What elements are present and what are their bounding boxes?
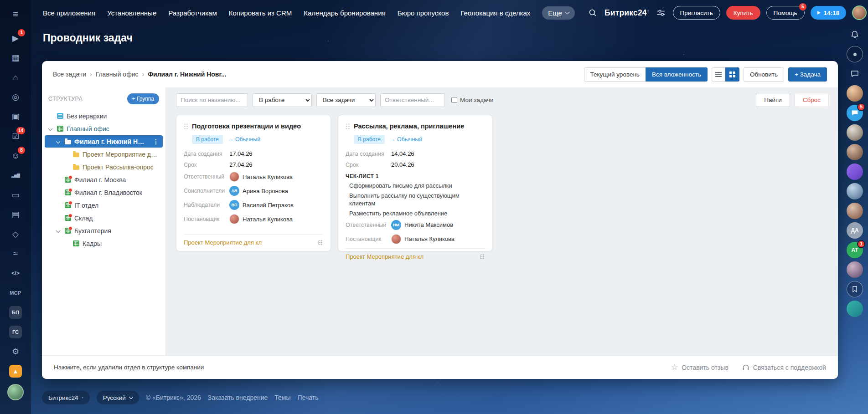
avatar[interactable] — [7, 384, 24, 400]
hierarchy-icon[interactable] — [317, 240, 323, 245]
avatar[interactable] — [847, 124, 863, 141]
tree-item-kadry[interactable]: Кадры — [45, 237, 163, 250]
reset-button[interactable]: Сброс — [795, 93, 829, 107]
profile-avatar[interactable] — [852, 5, 867, 20]
my-tasks-toggle[interactable]: Мои задачи — [451, 97, 494, 103]
market-icon[interactable]: ▣ — [8, 109, 23, 124]
avatar[interactable] — [847, 85, 863, 102]
project-link[interactable]: Проект Мероприятие для кл — [184, 239, 262, 246]
avatar[interactable] — [847, 183, 863, 199]
order-implementation-link[interactable]: Заказать внедрение — [208, 394, 268, 401]
find-button[interactable]: Найти — [756, 93, 790, 107]
tree-item-no-hierarchy[interactable]: Без иерархии — [45, 110, 163, 122]
feedback-link[interactable]: ☆ Оставить отзыв — [671, 363, 728, 371]
user-link[interactable]: Наталья Куликова — [404, 235, 455, 242]
settings-gear-icon[interactable]: ⚙ — [8, 344, 23, 359]
avatar[interactable] — [847, 203, 863, 219]
themes-link[interactable]: Темы — [274, 394, 290, 401]
disk-icon[interactable]: ≈ — [8, 246, 23, 261]
kebab-menu-icon[interactable]: ⋮ — [151, 138, 161, 145]
bookmark-icon[interactable] — [847, 281, 863, 297]
help-button[interactable]: Помощь 5 — [766, 6, 805, 20]
topnav-item-all-apps[interactable]: Все приложения — [43, 9, 95, 17]
all-nested-button[interactable]: Вся вложенность — [646, 67, 708, 82]
pulse-app-icon[interactable] — [847, 46, 863, 62]
task-title[interactable]: Рассылка, реклама, приглашение — [354, 122, 464, 130]
rocket-icon[interactable]: ▲ — [8, 363, 23, 379]
breadcrumb-all-tasks[interactable]: Все задачи — [53, 71, 96, 78]
mail-icon[interactable]: ▤ — [8, 207, 23, 222]
refresh-button[interactable]: Обновить — [744, 67, 784, 82]
add-task-button[interactable]: + Задача — [788, 67, 827, 82]
avatar[interactable] — [847, 261, 863, 278]
bitrix24-footer-button[interactable]: Битрикс24 — [42, 391, 90, 404]
buy-button[interactable]: Купить — [726, 6, 760, 20]
analytics-icon[interactable]: ▂▅▇ — [8, 168, 23, 183]
checklist-title[interactable]: ЧЕК-ЛИСТ 1 — [346, 173, 485, 179]
checklist-item[interactable]: Выполнить рассылку по существующим клиен… — [346, 192, 485, 208]
bp-app-icon[interactable]: БП — [8, 305, 23, 320]
messenger-icon[interactable]: ▶1 — [8, 31, 23, 46]
task-card-mailing[interactable]: Рассылка, реклама, приглашение В работе … — [338, 115, 493, 251]
task-title[interactable]: Подготовка презентации и видео — [192, 122, 301, 130]
priority-label[interactable]: Обычный — [228, 136, 260, 143]
checklist-item[interactable]: Сформировать письмо для рассылки — [346, 182, 485, 190]
task-card-presentation[interactable]: Подготовка презентации и видео В работе … — [176, 115, 331, 251]
drag-handle-icon[interactable] — [184, 123, 188, 129]
hierarchy-icon[interactable] — [479, 254, 485, 260]
tasks-icon[interactable]: ☑14 — [8, 128, 23, 144]
language-selector[interactable]: Русский — [97, 391, 139, 404]
app-icon-purple[interactable] — [847, 164, 863, 180]
chat-icon[interactable] — [847, 66, 863, 82]
tree-item-branch-nizhny[interactable]: Филиал г. Нижний Новго... ⋮ — [45, 135, 163, 148]
user-link[interactable]: Василий Петраков — [243, 202, 294, 209]
invite-button[interactable]: Пригласить — [673, 6, 720, 20]
hr-icon[interactable]: ☺8 — [8, 148, 23, 164]
tree-item-warehouse[interactable]: Склад — [45, 212, 163, 224]
gs-app-icon[interactable]: ГС — [8, 324, 23, 340]
responsible-input[interactable] — [380, 93, 445, 107]
chevron-down-icon[interactable] — [47, 126, 54, 132]
topnav-item-developers[interactable]: Разработчикам — [168, 9, 217, 17]
tree-item-accounting[interactable]: Бухгалтерия — [45, 225, 163, 237]
topnav-item-copy-from-crm[interactable]: Копировать из CRM — [229, 9, 292, 17]
deleted-department-link[interactable]: Нажмите, если удалили отдел в структуре … — [54, 364, 204, 371]
sites-icon[interactable]: ▭ — [8, 187, 23, 203]
user-link[interactable]: Наталья Куликова — [243, 174, 293, 180]
print-link[interactable]: Печать — [298, 394, 319, 401]
topnav-more-button[interactable]: Еще — [542, 6, 575, 20]
current-level-button[interactable]: Текущий уровень — [584, 67, 646, 82]
drag-handle-icon[interactable] — [346, 123, 350, 129]
project-link[interactable]: Проект Мероприятие для кл — [346, 253, 424, 260]
avatar-initials[interactable]: AT1 — [847, 242, 863, 258]
search-input[interactable] — [176, 93, 248, 107]
task-kind-select[interactable]: Все задачи — [316, 93, 376, 107]
time-tracker-button[interactable]: 14:18 — [811, 6, 847, 20]
mcp-item[interactable]: МСР — [8, 285, 23, 301]
search-icon[interactable] — [587, 7, 599, 19]
my-tasks-checkbox[interactable] — [451, 97, 457, 103]
breadcrumb-head-office[interactable]: Главный офис — [96, 71, 148, 78]
avatar[interactable] — [847, 144, 863, 160]
status-select[interactable]: В работе — [253, 93, 312, 107]
tree-item-project-event[interactable]: Проект Мероприятие для ... — [45, 148, 163, 160]
messenger-chat-icon[interactable]: 5 — [847, 105, 863, 121]
tree-item-it-department[interactable]: IT отдел — [45, 199, 163, 211]
planner-icon[interactable]: ▦ — [8, 50, 23, 66]
tree-item-project-mailing[interactable]: Проект Рассылка-опрос — [45, 161, 163, 173]
tree-item-head-office[interactable]: Главный офис — [45, 123, 163, 135]
user-link[interactable]: Арина Воронова — [243, 188, 288, 194]
user-link[interactable]: Никита Максимов — [404, 221, 453, 228]
topnav-item-pass-office[interactable]: Бюро пропусков — [398, 9, 449, 17]
chevron-down-icon[interactable] — [55, 138, 62, 145]
developer-icon[interactable]: </> — [8, 266, 23, 281]
checklist-item[interactable]: Разместить рекламное объявление — [346, 210, 485, 218]
crm-icon[interactable]: ◎ — [8, 89, 23, 105]
hamburger-menu-icon[interactable]: ≡ — [8, 6, 23, 22]
topnav-item-booking-calendar[interactable]: Календарь бронирования — [304, 9, 385, 17]
support-link[interactable]: Связаться с поддержкой — [742, 364, 826, 371]
rail-profile[interactable] — [7, 384, 24, 402]
grid-view-button[interactable] — [725, 67, 739, 82]
avatar-initials[interactable]: ДА — [847, 222, 863, 239]
topnav-item-geolocation[interactable]: Геолокация в сделках — [460, 9, 530, 17]
